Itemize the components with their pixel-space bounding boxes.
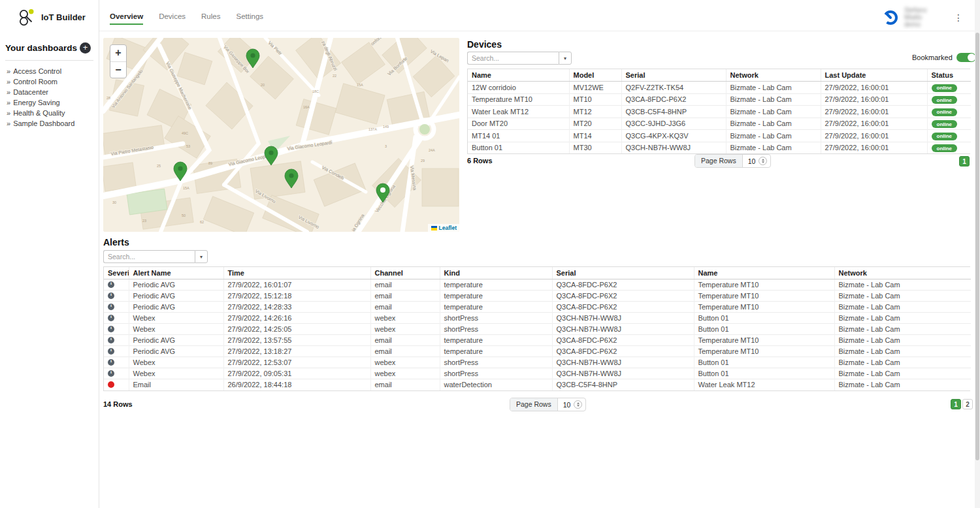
nav-tab[interactable]: Settings: [236, 10, 263, 22]
sidebar-item[interactable]: » Control Room: [0, 76, 99, 87]
alerts-search: ▾: [103, 250, 208, 263]
chevron-down-icon[interactable]: ▾: [195, 250, 208, 263]
device-row[interactable]: 12W corridoio MV12WE Q2FV-Z2TK-TK54 Bizm…: [468, 82, 971, 94]
alert-row[interactable]: Email 26/9/2022, 18:44:18 email waterDet…: [104, 379, 971, 390]
nav-tab[interactable]: Devices: [159, 10, 186, 22]
alert-row[interactable]: Webex 27/9/2022, 14:25:05 webex shortPre…: [104, 324, 971, 335]
alert-network: Bizmate - Lab Cam: [834, 379, 971, 390]
zoom-in-button[interactable]: +: [110, 45, 126, 61]
column-header[interactable]: Name: [694, 267, 834, 279]
alert-row[interactable]: Webex 27/9/2022, 09:05:31 webex shortPre…: [104, 368, 971, 379]
bookmarked-toggle[interactable]: [956, 53, 976, 62]
add-dashboard-button[interactable]: +: [80, 42, 91, 54]
user-avatar[interactable]: [882, 9, 899, 26]
page-button[interactable]: 2: [962, 399, 973, 409]
column-header[interactable]: Network: [834, 267, 971, 279]
page-rows-value[interactable]: 10: [743, 157, 759, 165]
nav-tab-label: Devices: [159, 12, 186, 24]
column-header[interactable]: Model: [569, 69, 621, 82]
sidebar-item[interactable]: » Sample Dashboard: [0, 118, 99, 129]
column-header[interactable]: Status: [927, 69, 971, 82]
alert-row[interactable]: Webex 27/9/2022, 12:53:07 webex shortPre…: [104, 357, 971, 368]
alert-severity: [104, 368, 129, 379]
zoom-out-button[interactable]: −: [110, 61, 126, 78]
device-name: MT14 01: [468, 130, 569, 142]
device-status: online: [927, 82, 971, 94]
sidebar-item[interactable]: » Access Control: [0, 66, 99, 76]
chevron-right-icon: »: [7, 109, 10, 117]
stepper-icon[interactable]: [574, 400, 582, 409]
alert-channel: webex: [370, 324, 440, 335]
alert-row[interactable]: Periodic AVG 27/9/2022, 13:57:55 email t…: [104, 335, 971, 346]
alert-kind: shortPress: [440, 324, 552, 335]
house-number: 30: [112, 200, 116, 204]
house-number: 137A: [368, 127, 377, 131]
devices-search-input[interactable]: [467, 52, 559, 65]
alert-device-name: Temperature MT10: [694, 346, 834, 357]
device-row[interactable]: Water Leak MT12 MT12 Q3CB-C5F4-8HNP Bizm…: [468, 106, 971, 118]
column-header[interactable]: Time: [223, 267, 370, 279]
severity-icon: [108, 348, 114, 355]
alert-severity: [104, 335, 129, 346]
alert-row[interactable]: Periodic AVG 27/9/2022, 14:28:33 email t…: [104, 302, 971, 313]
overview-map[interactable]: Via Antonio Santangelo Via Giuseppe Mach…: [103, 38, 459, 232]
sidebar-item[interactable]: » Energy Saving: [0, 97, 99, 108]
sidebar-item[interactable]: » Datacenter: [0, 87, 99, 97]
column-header[interactable]: Network: [726, 69, 821, 82]
page-rows-value[interactable]: 10: [558, 401, 574, 409]
iot-builder-app: IoT Builder Your dashboards + » Access C…: [0, 0, 980, 508]
sidebar-item-label: Datacenter: [13, 88, 48, 96]
alert-network: Bizmate - Lab Cam: [834, 335, 971, 346]
column-header[interactable]: Kind: [440, 267, 552, 279]
device-last-update: 27/9/2022, 16:00:01: [821, 82, 927, 94]
alert-row[interactable]: Periodic AVG 27/9/2022, 15:12:18 email t…: [104, 291, 971, 302]
device-network: Bizmate - Lab Cam: [726, 142, 821, 153]
column-header[interactable]: Alert Name: [129, 267, 223, 279]
map-canvas: Via Antonio Santangelo Via Giuseppe Mach…: [103, 38, 459, 232]
column-header[interactable]: Name: [468, 69, 569, 82]
nav-tab[interactable]: Overview: [110, 10, 143, 22]
alert-time: 27/9/2022, 14:26:16: [223, 313, 370, 324]
house-number: 53: [186, 144, 190, 148]
device-row[interactable]: Button 01 MT30 Q3CH-NB7H-WW8J Bizmate - …: [468, 142, 971, 153]
alert-name: Periodic AVG: [129, 346, 223, 357]
device-serial: Q3CC-9JHD-J3G6: [621, 118, 726, 130]
alert-row[interactable]: Periodic AVG 27/9/2022, 13:18:27 email t…: [104, 346, 971, 357]
column-header[interactable]: Channel: [370, 267, 440, 279]
page-button[interactable]: 1: [951, 399, 961, 409]
house-number: 20: [261, 83, 265, 87]
bookmarked-filter: Bookmarked: [912, 53, 976, 62]
device-row[interactable]: MT14 01 MT14 Q3CG-4KPX-KQ3V Bizmate - La…: [468, 130, 971, 142]
device-model: MT12: [569, 106, 621, 118]
alerts-search-input[interactable]: [103, 250, 195, 263]
app-logo: IoT Builder: [0, 0, 99, 27]
devices-header-row: Name Model Serial Network Last Update St…: [468, 69, 971, 82]
kebab-menu-icon[interactable]: ⋮: [951, 12, 966, 23]
scrollbar-thumb[interactable]: [975, 33, 979, 460]
sidebar-item[interactable]: » Health & Quality: [0, 108, 99, 118]
alert-device-name: Button 01: [694, 313, 834, 324]
stepper-icon[interactable]: [759, 157, 767, 165]
dashboard-list: » Access Control » Control Room » Datace…: [0, 66, 99, 129]
column-header[interactable]: Severity: [104, 267, 129, 279]
nav-tab[interactable]: Rules: [201, 10, 220, 22]
sidebar-item-label: Sample Dashboard: [13, 119, 74, 127]
page-button[interactable]: 1: [959, 156, 970, 167]
alert-device-name: Temperature MT10: [694, 279, 834, 291]
page-rows-label: Page Rows: [695, 155, 743, 167]
leaflet-link[interactable]: Leaflet: [439, 225, 457, 231]
alert-row[interactable]: Periodic AVG 27/9/2022, 16:01:07 email t…: [104, 279, 971, 291]
device-row[interactable]: Temperature MT10 MT10 Q3CA-8FDC-P6X2 Biz…: [468, 93, 971, 106]
chevron-down-icon[interactable]: ▾: [559, 52, 572, 65]
severity-icon: [108, 381, 114, 388]
alert-name: Email: [129, 379, 223, 390]
device-row[interactable]: Door MT20 MT20 Q3CC-9JHD-J3G6 Bizmate - …: [468, 118, 971, 130]
alert-device-name: Temperature MT10: [694, 302, 834, 313]
column-header[interactable]: Last Update: [821, 69, 927, 82]
column-header[interactable]: Serial: [552, 267, 694, 279]
chevron-right-icon: »: [7, 88, 10, 96]
column-header[interactable]: Serial: [621, 69, 726, 82]
alerts-title: Alerts: [103, 237, 129, 247]
house-number: 23: [142, 219, 146, 223]
alert-row[interactable]: Webex 27/9/2022, 14:26:16 webex shortPre…: [104, 313, 971, 324]
